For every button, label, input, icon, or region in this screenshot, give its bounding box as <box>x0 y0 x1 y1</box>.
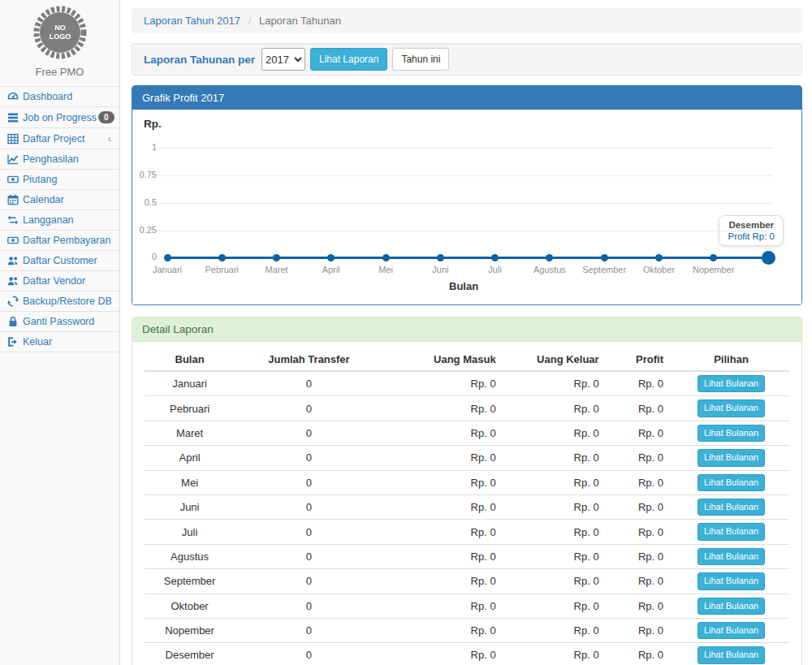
chart-x-tick: Oktober <box>630 265 687 274</box>
chart-y-tick: 0 <box>134 252 157 261</box>
chart-point-mei[interactable] <box>382 254 390 261</box>
breadcrumb: Laporan Tahun 2017 / Laporan Tahunan <box>132 8 802 33</box>
view-report-button[interactable]: Lihat Laporan <box>310 48 387 71</box>
cell: 0 <box>235 396 383 421</box>
sidebar-item-label: Calendar <box>23 194 114 205</box>
sidebar-link-job-on-progress[interactable]: Job on Progress0 <box>0 107 119 127</box>
cell: 0 <box>235 569 383 594</box>
sidebar: NO LOGO Free PMO DashboardJob on Progres… <box>0 0 120 665</box>
view-month-button-maret[interactable]: Lihat Bulanan <box>698 425 765 442</box>
cell: 0 <box>235 371 383 396</box>
cell: Rp. 0 <box>506 618 609 642</box>
profit-chart-panel: Grafik Profit 2017 Rp. Desember Profit R… <box>132 85 802 305</box>
tasks-icon <box>6 112 19 123</box>
chart-x-tick: Januari <box>139 265 196 274</box>
cell: Rp. 0 <box>609 569 673 594</box>
chart-y-tick: 0.5 <box>134 197 157 207</box>
cell: 0 <box>235 618 383 642</box>
column-header-jumlah-transfer: Jumlah Transfer <box>235 348 383 371</box>
sidebar-link-calendar[interactable]: Calendar <box>0 190 119 209</box>
view-month-button-nopember[interactable]: Lihat Bulanan <box>698 622 765 639</box>
sidebar-link-daftar-customer[interactable]: Daftar Customer <box>0 251 119 270</box>
action-cell: Lihat Bulanan <box>673 446 789 470</box>
chart-point-september[interactable] <box>601 254 608 261</box>
chart-point-oktober[interactable] <box>655 254 663 261</box>
sidebar-link-piutang[interactable]: Piutang <box>0 170 119 189</box>
table-row-oktober: Oktober0Rp. 0Rp. 0Rp. 0Lihat Bulanan <box>145 594 789 618</box>
sidebar-link-keluar[interactable]: Keluar <box>0 332 119 352</box>
chart-point-juli[interactable] <box>491 254 499 261</box>
sidebar-item-label: Penghasilan <box>23 153 114 165</box>
cell: 0 <box>235 643 383 665</box>
sign-out-icon <box>6 336 19 348</box>
sidebar-link-ganti-password[interactable]: Ganti Password <box>0 312 119 331</box>
cell: 0 <box>235 421 383 445</box>
view-month-button-juli[interactable]: Lihat Bulanan <box>698 523 765 540</box>
view-month-button-mei[interactable]: Lihat Bulanan <box>698 474 765 491</box>
sidebar-item-label: Daftar Project <box>23 133 108 145</box>
no-logo-icon: NO LOGO <box>32 5 88 60</box>
chart-x-tick: Pebruari <box>193 265 250 274</box>
chart-point-januari[interactable] <box>164 254 171 261</box>
sidebar-item-daftar-project: Daftar Project‹ <box>0 128 119 149</box>
chart-point-desember[interactable] <box>762 251 775 265</box>
chart-point-juni[interactable] <box>437 254 444 261</box>
brand-name: Free PMO <box>0 66 119 78</box>
view-month-button-juni[interactable]: Lihat Bulanan <box>698 499 765 516</box>
sidebar-link-dashboard[interactable]: Dashboard <box>0 87 119 106</box>
sidebar-item-label: Keluar <box>23 336 114 348</box>
calendar-icon <box>6 194 19 205</box>
cell: Rp. 0 <box>383 371 506 396</box>
table-icon <box>6 133 19 145</box>
cell: Rp. 0 <box>506 643 609 665</box>
year-select[interactable]: 2017 <box>261 48 305 71</box>
column-header-pilihan: Pilihan <box>673 348 789 371</box>
cell: Rp. 0 <box>383 618 506 642</box>
view-month-button-januari[interactable]: Lihat Bulanan <box>698 375 765 392</box>
view-month-button-pebruari[interactable]: Lihat Bulanan <box>698 399 765 417</box>
sidebar-link-langganan[interactable]: Langganan <box>0 210 119 230</box>
cell: Rp. 0 <box>383 569 506 594</box>
action-cell: Lihat Bulanan <box>673 618 789 642</box>
view-month-button-agustus[interactable]: Lihat Bulanan <box>698 548 765 565</box>
chart-gridline <box>158 231 772 231</box>
cell: Rp. 0 <box>506 544 609 568</box>
sidebar-link-daftar-vendor[interactable]: Daftar Vendor <box>0 271 119 291</box>
chart-point-april[interactable] <box>327 254 335 261</box>
breadcrumb-link[interactable]: Laporan Tahun 2017 <box>144 15 240 27</box>
view-month-button-oktober[interactable]: Lihat Bulanan <box>698 598 765 615</box>
chart-point-nopember[interactable] <box>710 254 717 261</box>
current-year-button[interactable]: Tahun ini <box>392 48 449 71</box>
cell: 0 <box>235 520 383 544</box>
cell: Rp. 0 <box>506 446 609 470</box>
cell: Rp. 0 <box>609 520 673 544</box>
view-month-button-april[interactable]: Lihat Bulanan <box>698 449 765 466</box>
chart-x-tick: Maret <box>248 265 305 274</box>
chart-point-agustus[interactable] <box>546 254 553 261</box>
cell: Pebruari <box>145 396 235 421</box>
chart-x-tick: April <box>303 265 360 274</box>
chart-gridline <box>158 148 772 149</box>
cell: 0 <box>235 494 383 519</box>
sidebar-link-daftar-project[interactable]: Daftar Project‹ <box>0 128 119 149</box>
view-month-button-september[interactable]: Lihat Bulanan <box>698 572 765 589</box>
cell: 0 <box>235 544 383 568</box>
cell: Rp. 0 <box>383 643 506 665</box>
action-cell: Lihat Bulanan <box>673 594 789 618</box>
chart-point-pebruari[interactable] <box>218 254 226 261</box>
sidebar-link-backup-restore-db[interactable]: Backup/Restore DB <box>0 291 119 311</box>
cell: Rp. 0 <box>506 569 609 594</box>
sidebar-item-dashboard: Dashboard <box>0 87 119 107</box>
cell: Rp. 0 <box>609 544 673 568</box>
chart-x-tick: Juni <box>412 265 469 274</box>
chart-point-maret[interactable] <box>273 254 280 261</box>
cell: Juni <box>145 494 235 519</box>
sidebar-link-penghasilan[interactable]: Penghasilan <box>0 149 119 169</box>
view-month-button-desember[interactable]: Lihat Bulanan <box>698 646 765 663</box>
line-chart-icon <box>6 153 19 165</box>
sidebar-link-daftar-pembayaran[interactable]: Daftar Pembayaran <box>0 231 119 250</box>
money-icon <box>6 174 19 185</box>
cell: Rp. 0 <box>506 594 609 618</box>
svg-text:NO: NO <box>54 24 66 32</box>
chart-gridline <box>158 203 772 204</box>
